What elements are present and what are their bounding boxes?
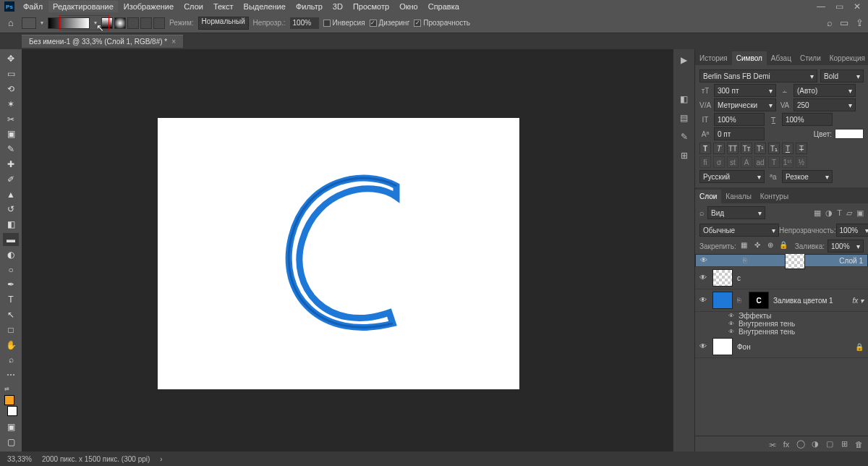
- visibility-icon[interactable]: 👁: [699, 342, 708, 351]
- gradient-preview[interactable]: [48, 17, 90, 29]
- otf-T-btn[interactable]: T: [768, 156, 780, 168]
- kerning-select[interactable]: Метрически▾: [714, 98, 776, 111]
- layer-thumb[interactable]: [712, 292, 733, 309]
- link-icon[interactable]: ⎘: [737, 297, 744, 304]
- swatches-panel-icon[interactable]: ▤: [678, 111, 691, 124]
- gradient-radial[interactable]: [114, 17, 126, 29]
- underline-btn[interactable]: T: [782, 143, 793, 154]
- type-tool[interactable]: T: [3, 293, 19, 307]
- window-maximize-icon[interactable]: ▭: [835, 1, 843, 12]
- menu-layers[interactable]: Слои: [179, 1, 208, 12]
- blend-mode-select[interactable]: Обычные▾: [699, 224, 779, 237]
- layer-style-icon[interactable]: fx: [781, 440, 791, 449]
- link-layers-icon[interactable]: ⫘: [767, 440, 777, 449]
- delete-layer-icon[interactable]: 🗑: [854, 440, 864, 449]
- hscale-field[interactable]: 100%: [782, 113, 833, 126]
- menu-file[interactable]: Файл: [19, 1, 47, 12]
- hand-tool[interactable]: ✋: [3, 338, 19, 352]
- layer-name[interactable]: Заливка цветом 1: [773, 297, 833, 305]
- lock-all-icon[interactable]: 🔒: [778, 241, 788, 251]
- window-minimize-icon[interactable]: —: [817, 1, 825, 12]
- gradient-reflected[interactable]: [140, 17, 152, 29]
- visibility-icon[interactable]: 👁: [699, 296, 708, 305]
- brushes-panel-icon[interactable]: ✎: [678, 130, 691, 143]
- gradient-diamond[interactable]: [153, 17, 165, 29]
- otf-swash-btn[interactable]: σ: [713, 156, 725, 168]
- layer-opacity-field[interactable]: 100%▾: [836, 224, 868, 237]
- eyedropper-tool[interactable]: ✎: [3, 143, 19, 156]
- allcaps-btn[interactable]: TT: [727, 143, 739, 154]
- color-swatches[interactable]: [4, 395, 17, 416]
- gradient-angle[interactable]: [127, 17, 139, 29]
- menu-filter[interactable]: Фильтр: [292, 1, 327, 12]
- layer-mask-thumb[interactable]: C: [749, 292, 769, 309]
- tab-styles[interactable]: Стили: [796, 51, 825, 65]
- menu-text[interactable]: Текст: [209, 1, 238, 12]
- otf-fi-btn[interactable]: fi: [699, 156, 711, 168]
- layer-name[interactable]: Слой 1: [839, 257, 863, 265]
- visibility-icon[interactable]: 👁: [728, 313, 734, 319]
- lasso-tool[interactable]: ⟲: [3, 82, 19, 96]
- path-select-tool[interactable]: ↖: [3, 308, 19, 322]
- layer-effects-header[interactable]: 👁Эффекты: [695, 312, 868, 320]
- close-icon[interactable]: ×: [171, 38, 176, 46]
- baseline-field[interactable]: 0 пт: [714, 127, 765, 140]
- blur-tool[interactable]: ◐: [3, 247, 19, 261]
- menu-edit[interactable]: Редактирование: [48, 1, 118, 12]
- adjustment-layer-icon[interactable]: ◑: [810, 439, 820, 449]
- layer-row[interactable]: 👁 с: [695, 267, 868, 289]
- tool-preset[interactable]: [22, 17, 36, 29]
- otf-1st-btn[interactable]: 1ˢᵗ: [782, 156, 793, 168]
- search-icon[interactable]: ⌕: [699, 208, 705, 217]
- menu-image[interactable]: Изображение: [119, 1, 178, 12]
- layer-effect-item[interactable]: 👁Внутренняя тень: [695, 328, 868, 336]
- otf-ad-btn[interactable]: ad: [754, 156, 766, 168]
- opacity-value[interactable]: 100%: [290, 17, 319, 29]
- smallcaps-btn[interactable]: Tт: [741, 143, 752, 154]
- layer-group-icon[interactable]: ▢: [825, 439, 835, 449]
- tab-channels[interactable]: Каналы: [721, 190, 756, 203]
- layer-row[interactable]: 👁 Фон 🔒: [695, 336, 868, 358]
- otf-half-btn[interactable]: ½: [796, 156, 807, 168]
- new-layer-icon[interactable]: ⊞: [839, 439, 849, 449]
- crop-tool[interactable]: ✂: [3, 112, 19, 126]
- tab-paths[interactable]: Контуры: [756, 190, 793, 203]
- menu-help[interactable]: Справка: [424, 1, 464, 12]
- home-icon[interactable]: ⌂: [4, 17, 17, 30]
- tracking-select[interactable]: 250▾: [793, 98, 856, 111]
- workspace-icon[interactable]: ▭: [840, 17, 848, 28]
- shape-tool[interactable]: □: [3, 323, 19, 336]
- brush-tool[interactable]: ✐: [3, 172, 19, 186]
- move-tool[interactable]: ✥: [3, 52, 19, 66]
- font-weight-select[interactable]: Bold▾: [820, 69, 864, 82]
- bold-btn[interactable]: T: [699, 143, 711, 154]
- stamp-tool[interactable]: ▲: [3, 187, 19, 201]
- filter-shape-icon[interactable]: ▱: [846, 208, 852, 218]
- otf-A-btn[interactable]: A: [741, 156, 752, 168]
- menu-view[interactable]: Просмотр: [349, 1, 393, 12]
- tab-history[interactable]: История: [695, 51, 732, 65]
- properties-panel-icon[interactable]: ⊞: [678, 149, 691, 162]
- fx-label[interactable]: fx ▾: [852, 297, 864, 305]
- vscale-field[interactable]: 100%: [714, 113, 765, 126]
- canvas-area[interactable]: [22, 49, 673, 452]
- frame-tool[interactable]: ▣: [3, 127, 19, 141]
- subscript-btn[interactable]: T₁: [768, 143, 780, 154]
- quick-select-tool[interactable]: ✶: [3, 97, 19, 111]
- layer-thumb[interactable]: [785, 254, 805, 269]
- pen-tool[interactable]: ✒: [3, 278, 19, 292]
- screenmode-tool[interactable]: ▢: [3, 435, 19, 449]
- layer-mask-icon[interactable]: ◯: [796, 439, 806, 449]
- menu-window[interactable]: Окно: [395, 1, 422, 12]
- tab-adjustments[interactable]: Коррекция: [825, 51, 868, 65]
- quickmask-tool[interactable]: ▣: [3, 420, 19, 434]
- color-panel-icon[interactable]: ◧: [678, 93, 691, 106]
- otf-st-btn[interactable]: st: [727, 156, 739, 168]
- edit-toolbar[interactable]: ⋯: [3, 368, 19, 382]
- background-color[interactable]: [7, 406, 17, 416]
- zoom-level[interactable]: 33,33%: [7, 455, 32, 463]
- link-icon[interactable]: ⎘: [743, 257, 750, 264]
- fill-field[interactable]: 100%▾: [827, 240, 864, 253]
- window-close-icon[interactable]: ✕: [854, 1, 861, 12]
- lock-artboard-icon[interactable]: ⊕: [765, 241, 775, 251]
